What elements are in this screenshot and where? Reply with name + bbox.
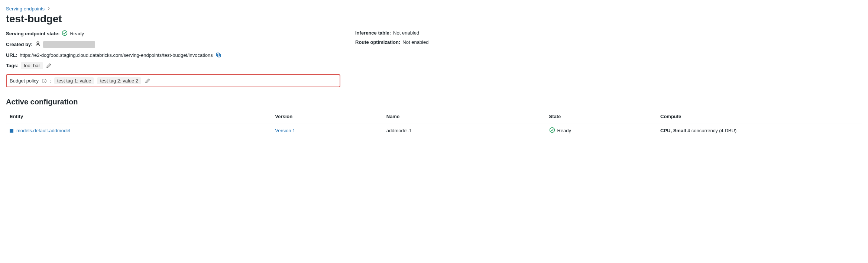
svg-rect-2 [217,54,220,57]
compute-rest: 4 concurrency (4 DBU) [686,128,736,133]
created-by-label: Created by: [6,42,33,47]
url-value: https://e2-dogfood.staging.cloud.databri… [20,52,213,58]
inference-table-row: Inference table: Not enabled [355,30,428,36]
budget-tag-chip: test tag 1: value [54,77,94,84]
tags-row: Tags: foo: bar [6,62,340,69]
user-icon [35,41,41,48]
chevron-right-icon [47,6,51,12]
page-title: test-budget [6,13,862,25]
budget-tag-chip: test tag 2: value 2 [97,77,141,84]
col-header-name: Name [383,110,545,123]
check-circle-icon [549,127,555,134]
svg-point-0 [62,31,67,36]
breadcrumb-parent-link[interactable]: Serving endpoints [6,6,45,12]
svg-point-7 [550,128,554,133]
copy-icon[interactable] [215,52,222,58]
tags-label: Tags: [6,63,19,68]
entity-link[interactable]: models.default.addmodel [16,128,70,133]
budget-policy-row: Budget policy : test tag 1: value test t… [6,74,340,87]
breadcrumb: Serving endpoints [6,6,862,12]
table-row: models.default.addmodel Version 1 addmod… [6,123,862,138]
endpoint-state-row: Serving endpoint state: Ready [6,30,340,37]
svg-point-1 [37,42,39,44]
pencil-icon[interactable] [144,78,151,84]
version-link[interactable]: Version 1 [275,128,295,133]
model-icon [10,129,13,133]
url-row: URL: https://e2-dogfood.staging.cloud.da… [6,52,340,58]
col-header-entity: Entity [6,110,271,123]
inference-table-value: Not enabled [393,30,419,36]
col-header-compute: Compute [657,110,862,123]
created-by-value-redacted [43,41,95,48]
inference-table-label: Inference table: [355,30,391,36]
budget-policy-colon: : [50,78,51,84]
svg-point-6 [44,80,45,80]
url-label: URL: [6,52,17,58]
active-configuration-heading: Active configuration [6,98,862,106]
compute-cell: CPU, Small 4 concurrency (4 DBU) [657,123,862,138]
state-value: Ready [557,128,571,133]
route-optimization-row: Route optimization: Not enabled [355,39,428,45]
created-by-row: Created by: [6,41,340,48]
svg-rect-3 [216,53,219,56]
check-circle-icon [62,30,68,37]
col-header-version: Version [271,110,383,123]
endpoint-state-value: Ready [70,31,84,36]
name-cell: addmodel-1 [383,123,545,138]
budget-policy-label: Budget policy [10,78,39,84]
route-optimization-value: Not enabled [402,39,428,45]
col-header-state: State [545,110,657,123]
active-configuration-table: Entity Version Name State Compute models… [6,110,862,138]
compute-bold: CPU, Small [660,128,686,133]
endpoint-state-label: Serving endpoint state: [6,31,59,36]
pencil-icon[interactable] [45,62,52,69]
tag-chip: foo: bar [21,62,43,69]
info-icon[interactable] [42,78,47,84]
route-optimization-label: Route optimization: [355,39,400,45]
